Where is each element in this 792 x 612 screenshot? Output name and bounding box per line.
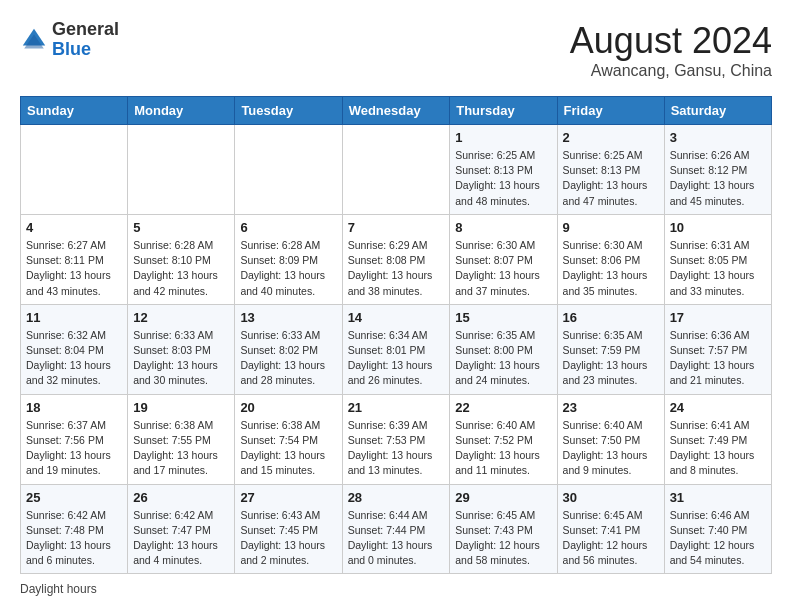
calendar-cell: 18Sunrise: 6:37 AMSunset: 7:56 PMDayligh…: [21, 394, 128, 484]
day-info: Sunrise: 6:29 AMSunset: 8:08 PMDaylight:…: [348, 238, 445, 299]
weekday-header-row: SundayMondayTuesdayWednesdayThursdayFrid…: [21, 97, 772, 125]
location-subtitle: Awancang, Gansu, China: [570, 62, 772, 80]
day-number: 15: [455, 310, 551, 325]
day-info: Sunrise: 6:32 AMSunset: 8:04 PMDaylight:…: [26, 328, 122, 389]
day-info: Sunrise: 6:25 AMSunset: 8:13 PMDaylight:…: [563, 148, 659, 209]
calendar-week-row: 4Sunrise: 6:27 AMSunset: 8:11 PMDaylight…: [21, 214, 772, 304]
logo: General Blue: [20, 20, 119, 60]
weekday-header-saturday: Saturday: [664, 97, 771, 125]
day-info: Sunrise: 6:31 AMSunset: 8:05 PMDaylight:…: [670, 238, 766, 299]
calendar-cell: [128, 125, 235, 215]
calendar-week-row: 11Sunrise: 6:32 AMSunset: 8:04 PMDayligh…: [21, 304, 772, 394]
day-number: 26: [133, 490, 229, 505]
day-info: Sunrise: 6:40 AMSunset: 7:52 PMDaylight:…: [455, 418, 551, 479]
day-number: 17: [670, 310, 766, 325]
day-number: 2: [563, 130, 659, 145]
month-year-title: August 2024: [570, 20, 772, 62]
calendar-cell: 15Sunrise: 6:35 AMSunset: 8:00 PMDayligh…: [450, 304, 557, 394]
day-number: 11: [26, 310, 122, 325]
calendar-cell: 30Sunrise: 6:45 AMSunset: 7:41 PMDayligh…: [557, 484, 664, 574]
day-info: Sunrise: 6:35 AMSunset: 7:59 PMDaylight:…: [563, 328, 659, 389]
page-header: General Blue August 2024 Awancang, Gansu…: [20, 20, 772, 80]
day-number: 14: [348, 310, 445, 325]
day-info: Sunrise: 6:27 AMSunset: 8:11 PMDaylight:…: [26, 238, 122, 299]
day-number: 9: [563, 220, 659, 235]
day-info: Sunrise: 6:44 AMSunset: 7:44 PMDaylight:…: [348, 508, 445, 569]
calendar-cell: 21Sunrise: 6:39 AMSunset: 7:53 PMDayligh…: [342, 394, 450, 484]
calendar-week-row: 25Sunrise: 6:42 AMSunset: 7:48 PMDayligh…: [21, 484, 772, 574]
calendar-cell: [21, 125, 128, 215]
day-info: Sunrise: 6:34 AMSunset: 8:01 PMDaylight:…: [348, 328, 445, 389]
calendar-cell: 26Sunrise: 6:42 AMSunset: 7:47 PMDayligh…: [128, 484, 235, 574]
day-info: Sunrise: 6:39 AMSunset: 7:53 PMDaylight:…: [348, 418, 445, 479]
day-info: Sunrise: 6:46 AMSunset: 7:40 PMDaylight:…: [670, 508, 766, 569]
calendar-cell: 7Sunrise: 6:29 AMSunset: 8:08 PMDaylight…: [342, 214, 450, 304]
day-number: 23: [563, 400, 659, 415]
calendar-cell: [235, 125, 342, 215]
calendar-cell: 22Sunrise: 6:40 AMSunset: 7:52 PMDayligh…: [450, 394, 557, 484]
weekday-header-monday: Monday: [128, 97, 235, 125]
day-number: 22: [455, 400, 551, 415]
calendar-week-row: 1Sunrise: 6:25 AMSunset: 8:13 PMDaylight…: [21, 125, 772, 215]
calendar-cell: 9Sunrise: 6:30 AMSunset: 8:06 PMDaylight…: [557, 214, 664, 304]
day-info: Sunrise: 6:25 AMSunset: 8:13 PMDaylight:…: [455, 148, 551, 209]
calendar-cell: 19Sunrise: 6:38 AMSunset: 7:55 PMDayligh…: [128, 394, 235, 484]
calendar-cell: 13Sunrise: 6:33 AMSunset: 8:02 PMDayligh…: [235, 304, 342, 394]
day-number: 5: [133, 220, 229, 235]
calendar-cell: 12Sunrise: 6:33 AMSunset: 8:03 PMDayligh…: [128, 304, 235, 394]
day-number: 13: [240, 310, 336, 325]
day-info: Sunrise: 6:30 AMSunset: 8:07 PMDaylight:…: [455, 238, 551, 299]
calendar-cell: [342, 125, 450, 215]
day-info: Sunrise: 6:37 AMSunset: 7:56 PMDaylight:…: [26, 418, 122, 479]
day-info: Sunrise: 6:28 AMSunset: 8:10 PMDaylight:…: [133, 238, 229, 299]
day-info: Sunrise: 6:38 AMSunset: 7:55 PMDaylight:…: [133, 418, 229, 479]
logo-icon: [20, 26, 48, 54]
day-info: Sunrise: 6:33 AMSunset: 8:02 PMDaylight:…: [240, 328, 336, 389]
day-number: 1: [455, 130, 551, 145]
weekday-header-sunday: Sunday: [21, 97, 128, 125]
calendar-cell: 14Sunrise: 6:34 AMSunset: 8:01 PMDayligh…: [342, 304, 450, 394]
day-info: Sunrise: 6:30 AMSunset: 8:06 PMDaylight:…: [563, 238, 659, 299]
day-info: Sunrise: 6:26 AMSunset: 8:12 PMDaylight:…: [670, 148, 766, 209]
calendar-cell: 25Sunrise: 6:42 AMSunset: 7:48 PMDayligh…: [21, 484, 128, 574]
day-number: 10: [670, 220, 766, 235]
calendar-cell: 17Sunrise: 6:36 AMSunset: 7:57 PMDayligh…: [664, 304, 771, 394]
footer-note: Daylight hours: [20, 582, 772, 596]
day-info: Sunrise: 6:33 AMSunset: 8:03 PMDaylight:…: [133, 328, 229, 389]
calendar-cell: 4Sunrise: 6:27 AMSunset: 8:11 PMDaylight…: [21, 214, 128, 304]
weekday-header-friday: Friday: [557, 97, 664, 125]
calendar-cell: 31Sunrise: 6:46 AMSunset: 7:40 PMDayligh…: [664, 484, 771, 574]
day-info: Sunrise: 6:28 AMSunset: 8:09 PMDaylight:…: [240, 238, 336, 299]
calendar-cell: 27Sunrise: 6:43 AMSunset: 7:45 PMDayligh…: [235, 484, 342, 574]
calendar-table: SundayMondayTuesdayWednesdayThursdayFrid…: [20, 96, 772, 574]
day-info: Sunrise: 6:45 AMSunset: 7:41 PMDaylight:…: [563, 508, 659, 569]
calendar-cell: 10Sunrise: 6:31 AMSunset: 8:05 PMDayligh…: [664, 214, 771, 304]
day-number: 18: [26, 400, 122, 415]
day-info: Sunrise: 6:38 AMSunset: 7:54 PMDaylight:…: [240, 418, 336, 479]
calendar-week-row: 18Sunrise: 6:37 AMSunset: 7:56 PMDayligh…: [21, 394, 772, 484]
day-info: Sunrise: 6:42 AMSunset: 7:48 PMDaylight:…: [26, 508, 122, 569]
day-info: Sunrise: 6:36 AMSunset: 7:57 PMDaylight:…: [670, 328, 766, 389]
day-number: 12: [133, 310, 229, 325]
day-number: 4: [26, 220, 122, 235]
day-number: 21: [348, 400, 445, 415]
day-number: 20: [240, 400, 336, 415]
day-info: Sunrise: 6:41 AMSunset: 7:49 PMDaylight:…: [670, 418, 766, 479]
day-info: Sunrise: 6:43 AMSunset: 7:45 PMDaylight:…: [240, 508, 336, 569]
calendar-cell: 23Sunrise: 6:40 AMSunset: 7:50 PMDayligh…: [557, 394, 664, 484]
day-number: 7: [348, 220, 445, 235]
day-number: 30: [563, 490, 659, 505]
day-number: 6: [240, 220, 336, 235]
day-info: Sunrise: 6:42 AMSunset: 7:47 PMDaylight:…: [133, 508, 229, 569]
day-number: 25: [26, 490, 122, 505]
weekday-header-tuesday: Tuesday: [235, 97, 342, 125]
calendar-cell: 29Sunrise: 6:45 AMSunset: 7:43 PMDayligh…: [450, 484, 557, 574]
day-info: Sunrise: 6:45 AMSunset: 7:43 PMDaylight:…: [455, 508, 551, 569]
calendar-cell: 16Sunrise: 6:35 AMSunset: 7:59 PMDayligh…: [557, 304, 664, 394]
title-block: August 2024 Awancang, Gansu, China: [570, 20, 772, 80]
day-number: 31: [670, 490, 766, 505]
calendar-cell: 24Sunrise: 6:41 AMSunset: 7:49 PMDayligh…: [664, 394, 771, 484]
day-number: 19: [133, 400, 229, 415]
day-number: 16: [563, 310, 659, 325]
logo-text: General Blue: [52, 20, 119, 60]
